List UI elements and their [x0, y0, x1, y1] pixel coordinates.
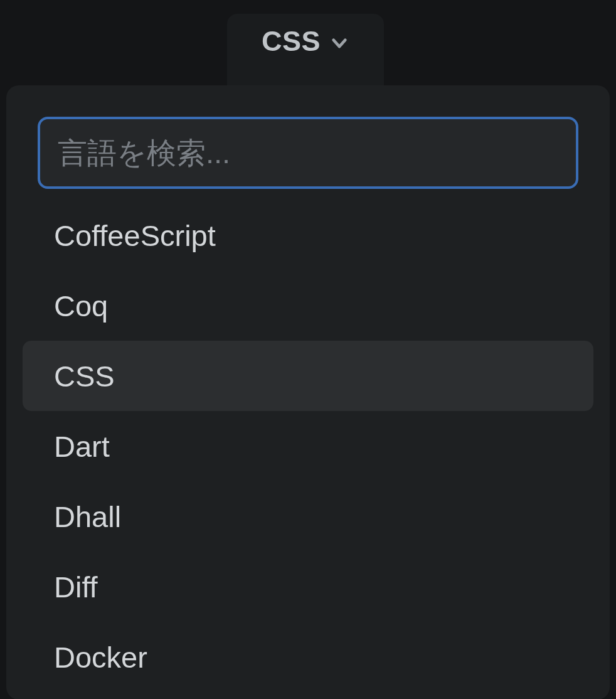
language-dropdown-trigger[interactable]: CSS	[262, 25, 349, 58]
language-options-list: CoffeeScript Coq CSS Dart Dhall Diff Doc…	[6, 200, 610, 692]
language-option-dart[interactable]: Dart	[23, 411, 593, 481]
language-option-coq[interactable]: Coq	[23, 270, 593, 341]
language-option-dhall[interactable]: Dhall	[23, 481, 593, 552]
language-option-docker[interactable]: Docker	[23, 622, 593, 692]
chevron-down-icon	[329, 33, 349, 53]
language-option-diff[interactable]: Diff	[23, 552, 593, 622]
selected-language-label: CSS	[262, 25, 321, 58]
language-option-css[interactable]: CSS	[23, 341, 593, 411]
language-dropdown-panel: CoffeeScript Coq CSS Dart Dhall Diff Doc…	[6, 85, 610, 699]
language-option-coffeescript[interactable]: CoffeeScript	[23, 200, 593, 270]
language-search-input[interactable]	[38, 117, 578, 189]
search-input-wrapper	[38, 117, 578, 189]
